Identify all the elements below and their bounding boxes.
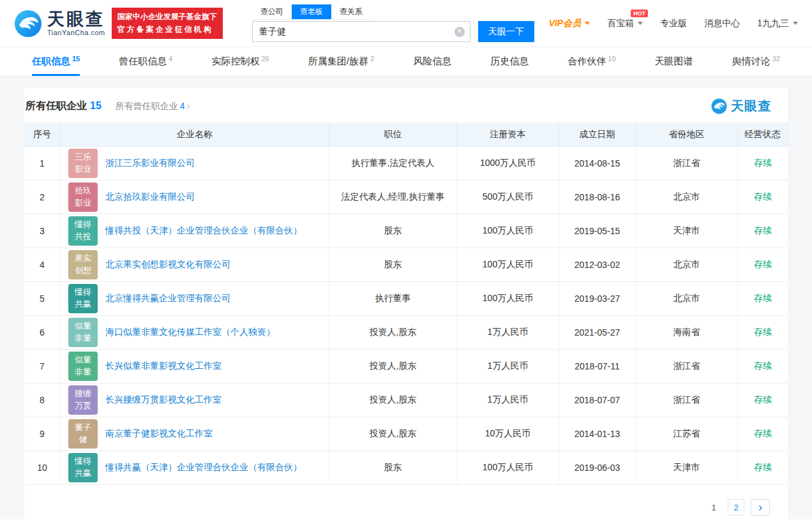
next-page-button[interactable]: › bbox=[751, 499, 770, 516]
search-tab-active[interactable]: 查老板 bbox=[292, 4, 331, 19]
search-area: 查公司查老板查关系 × 天眼一下 bbox=[252, 4, 534, 42]
cell-date: 2018-07-11 bbox=[559, 350, 636, 383]
nav-vip[interactable]: VIP会员 bbox=[549, 18, 590, 29]
tab-item[interactable]: 风险信息 bbox=[413, 47, 451, 76]
page-2-button[interactable]: 2 bbox=[728, 499, 744, 516]
brand-logo[interactable]: 天眼查 TianYanCha.com bbox=[14, 10, 105, 38]
company-name-link[interactable]: 长兴腰缠万贯影视文化工作室 bbox=[105, 394, 222, 406]
table-row: 6 似董 非董 海口似董非董文化传媒工作室（个人独资） 投资人,股东 1万人民币… bbox=[24, 316, 788, 350]
nav-item[interactable]: 百宝箱HOT bbox=[607, 18, 643, 29]
cell-index: 5 bbox=[24, 282, 61, 315]
cell-region: 江苏省 bbox=[636, 417, 738, 450]
search-button[interactable]: 天眼一下 bbox=[478, 21, 534, 42]
cell-position: 投资人,股东 bbox=[329, 350, 457, 383]
former-positions-link[interactable]: 所有曾任职企业4› bbox=[116, 101, 190, 112]
nav-label: 1九九三 bbox=[757, 18, 789, 29]
header-position: 职位 bbox=[329, 123, 457, 146]
clear-search-icon[interactable]: × bbox=[455, 27, 465, 37]
brand-domain: TianYanCha.com bbox=[47, 29, 105, 36]
cell-position: 投资人,股东 bbox=[329, 417, 457, 450]
cell-region: 浙江省 bbox=[636, 383, 738, 417]
cell-index: 9 bbox=[24, 417, 61, 450]
table-body: 1 三乐 影业 浙江三乐影业有限公司 执行董事,法定代表人 1000万人民币 2… bbox=[24, 147, 788, 485]
company-logo: 果实 创想 bbox=[68, 250, 98, 279]
cell-index: 1 bbox=[24, 147, 61, 180]
tab-item[interactable]: 历史信息 bbox=[490, 47, 529, 76]
cell-position: 投资人,股东 bbox=[329, 383, 457, 417]
company-name-link[interactable]: 北京拾玖影业有限公司 bbox=[105, 191, 195, 203]
cell-region: 天津市 bbox=[636, 214, 738, 248]
tab-count: 32 bbox=[772, 55, 780, 63]
table-row: 7 似董 非董 长兴似董非董影视文化工作室 投资人,股东 1万人民币 2018-… bbox=[24, 350, 788, 383]
cell-status: 存续 bbox=[738, 214, 788, 248]
company-name-link[interactable]: 北京懂得共赢企业管理有限公司 bbox=[105, 293, 230, 304]
tab-item[interactable]: 曾任职信息4 bbox=[119, 47, 172, 76]
table-row: 9 董子 健 南京董子健影视文化工作室 投资人,股东 10万人民币 2014-0… bbox=[24, 417, 788, 451]
chevron-right-icon: › bbox=[187, 101, 190, 111]
company-name-link[interactable]: 北京果实创想影视文化有限公司 bbox=[105, 259, 230, 271]
nav-item[interactable]: 1九九三 bbox=[757, 18, 798, 29]
cell-status: 存续 bbox=[738, 350, 788, 383]
main-content: 所有任职企业15 所有曾任职企业4› 天眼查 序号 企业名称 职位 注册资本 成… bbox=[0, 77, 812, 519]
company-name-link[interactable]: 浙江三乐影业有限公司 bbox=[105, 158, 195, 169]
search-input[interactable] bbox=[252, 21, 470, 42]
nav-label: 消息中心 bbox=[704, 18, 740, 29]
status-text: 存续 bbox=[754, 191, 772, 203]
cell-date: 2019-03-27 bbox=[559, 282, 636, 315]
company-logo: 似董 非董 bbox=[68, 352, 98, 381]
cell-company: 似董 非董 长兴似董非董影视文化工作室 bbox=[61, 350, 329, 383]
company-name-link[interactable]: 长兴似董非董影视文化工作室 bbox=[105, 360, 222, 372]
tab-item[interactable]: 天眼图谱 bbox=[655, 47, 693, 76]
search-row: × 天眼一下 bbox=[252, 21, 534, 42]
tab-label: 曾任职信息 bbox=[119, 56, 167, 68]
tab-label: 风险信息 bbox=[413, 56, 451, 68]
company-logo: 懂得 共投 bbox=[68, 216, 98, 246]
top-nav: VIP会员百宝箱HOT专业版消息中心1九九三 bbox=[549, 18, 798, 29]
cell-company: 懂得 共投 懂得共投（天津）企业管理合伙企业（有限合伙） bbox=[61, 214, 329, 248]
cell-company: 三乐 影业 浙江三乐影业有限公司 bbox=[61, 147, 329, 180]
cell-status: 存续 bbox=[738, 248, 788, 281]
tab-item[interactable]: 所属集团/族群2 bbox=[308, 47, 374, 76]
tab-item[interactable]: 舆情讨论32 bbox=[732, 47, 780, 76]
top-header: 天眼查 TianYanCha.com 国家中小企业发展子基金旗下 官方备案企业征… bbox=[0, 0, 812, 47]
cell-position: 法定代表人,经理,执行董事 bbox=[329, 181, 457, 214]
company-name-link[interactable]: 懂得共赢（天津）企业管理合伙企业（有限合伙） bbox=[105, 462, 302, 473]
table-row: 5 懂得 共赢 北京懂得共赢企业管理有限公司 执行董事 100万人民币 2019… bbox=[24, 282, 788, 316]
cell-index: 7 bbox=[24, 350, 61, 383]
nav-item[interactable]: 专业版 bbox=[660, 18, 687, 29]
positions-card: 所有任职企业15 所有曾任职企业4› 天眼查 序号 企业名称 职位 注册资本 成… bbox=[24, 88, 788, 520]
status-text: 存续 bbox=[754, 225, 772, 237]
tab-label: 历史信息 bbox=[490, 56, 529, 68]
search-tab-item[interactable]: 查公司 bbox=[252, 4, 292, 19]
cell-capital: 100万人民币 bbox=[457, 248, 559, 281]
cell-position: 执行董事,法定代表人 bbox=[329, 147, 457, 180]
cell-index: 8 bbox=[24, 383, 61, 417]
pagination: 1 2 › bbox=[24, 485, 788, 520]
cell-capital: 100万人民币 bbox=[457, 451, 559, 484]
cell-status: 存续 bbox=[738, 147, 788, 180]
cell-company: 果实 创想 北京果实创想影视文化有限公司 bbox=[61, 248, 329, 281]
tab-label: 舆情讨论 bbox=[732, 56, 771, 68]
status-text: 存续 bbox=[754, 462, 772, 473]
search-tab-item[interactable]: 查关系 bbox=[331, 4, 371, 19]
cell-region: 天津市 bbox=[636, 451, 738, 484]
tab-item[interactable]: 合作伙伴10 bbox=[568, 47, 615, 76]
company-name-link[interactable]: 海口似董非董文化传媒工作室（个人独资） bbox=[105, 327, 275, 338]
company-name-link[interactable]: 懂得共投（天津）企业管理合伙企业（有限合伙） bbox=[105, 225, 302, 237]
tab-active[interactable]: 任职信息15 bbox=[32, 47, 80, 76]
cell-region: 浙江省 bbox=[636, 147, 738, 180]
cell-date: 2021-05-27 bbox=[559, 316, 636, 349]
tab-item[interactable]: 实际控制权26 bbox=[212, 47, 269, 76]
table-row: 3 懂得 共投 懂得共投（天津）企业管理合伙企业（有限合伙） 股东 100万人民… bbox=[24, 214, 788, 248]
cell-company: 懂得 共赢 懂得共赢（天津）企业管理合伙企业（有限合伙） bbox=[61, 451, 329, 484]
cell-position: 执行董事 bbox=[329, 282, 457, 315]
cell-capital: 1万人民币 bbox=[457, 383, 559, 417]
caret-down-icon bbox=[638, 22, 643, 25]
tab-count: 2 bbox=[370, 55, 374, 63]
badge-line1: 国家中小企业发展子基金旗下 bbox=[117, 11, 217, 24]
nav-label: 专业版 bbox=[660, 18, 687, 29]
status-text: 存续 bbox=[754, 158, 772, 169]
nav-item[interactable]: 消息中心 bbox=[704, 18, 740, 29]
cell-capital: 100万人民币 bbox=[457, 282, 559, 315]
company-name-link[interactable]: 南京董子健影视文化工作室 bbox=[105, 428, 213, 440]
